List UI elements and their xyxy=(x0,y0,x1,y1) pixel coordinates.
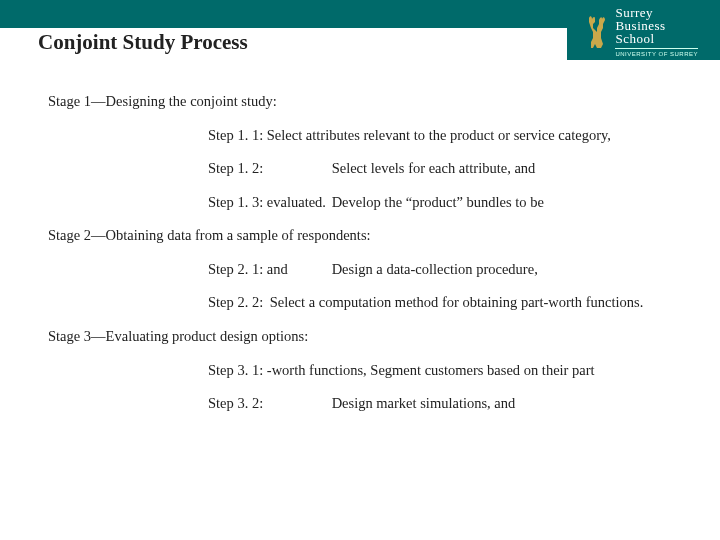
step-3-2-label: Step 3. 2: xyxy=(208,394,328,414)
stage-1-heading: Stage 1—Designing the conjoint study: xyxy=(48,92,672,112)
step-1-3-label: Step 1. 3: evaluated. xyxy=(208,193,328,213)
title-bar: Conjoint Study Process xyxy=(0,28,567,70)
stage-2-heading: Stage 2—Obtaining data from a sample of … xyxy=(48,226,672,246)
step-1-3-text: Develop the “product” bundles to be xyxy=(332,194,544,210)
step-2-1-label: Step 2. 1: and xyxy=(208,260,328,280)
step-2-2-label: Step 2. 2: xyxy=(208,293,266,313)
step-3-1: Step 3. 1: -worth functions, Segment cus… xyxy=(208,361,672,381)
step-1-3: Step 1. 3: evaluated. Develop the “produ… xyxy=(208,193,672,213)
step-2-1: Step 2. 1: and Design a data-collection … xyxy=(208,260,672,280)
step-3-2-text: Design market simulations, and xyxy=(332,395,516,411)
brand-line3: School xyxy=(615,32,698,45)
step-2-2: Step 2. 2: Select a computation method f… xyxy=(208,293,672,313)
content-body: Stage 1—Designing the conjoint study: St… xyxy=(48,92,672,428)
step-3-1-label: Step 3. 1: -worth functions, xyxy=(208,361,367,381)
step-2-1-text: Design a data-collection procedure, xyxy=(332,261,538,277)
stag-icon xyxy=(585,14,609,50)
brand-subtext: UNIVERSITY OF SURREY xyxy=(615,48,698,57)
stage-2-steps: Step 2. 1: and Design a data-collection … xyxy=(208,260,672,313)
step-1-1: Step 1. 1: Select attributes relevant to… xyxy=(208,126,672,146)
slide: Surrey Business School UNIVERSITY OF SUR… xyxy=(0,0,720,540)
step-1-2: Step 1. 2: Select levels for each attrib… xyxy=(208,159,672,179)
step-1-2-label: Step 1. 2: xyxy=(208,159,328,179)
stage-3-steps: Step 3. 1: -worth functions, Segment cus… xyxy=(208,361,672,414)
stage-1-steps: Step 1. 1: Select attributes relevant to… xyxy=(208,126,672,213)
brand-text: Surrey Business School UNIVERSITY OF SUR… xyxy=(615,6,698,57)
page-title: Conjoint Study Process xyxy=(0,28,248,55)
step-2-2-text: Select a computation method for obtainin… xyxy=(270,294,644,310)
stage-3-heading: Stage 3—Evaluating product design option… xyxy=(48,327,672,347)
step-3-2: Step 3. 2: Design market simulations, an… xyxy=(208,394,672,414)
brand-logo: Surrey Business School UNIVERSITY OF SUR… xyxy=(585,6,698,57)
step-3-1-text: Segment customers based on their part xyxy=(370,362,594,378)
step-1-2-text: Select levels for each attribute, and xyxy=(332,160,536,176)
